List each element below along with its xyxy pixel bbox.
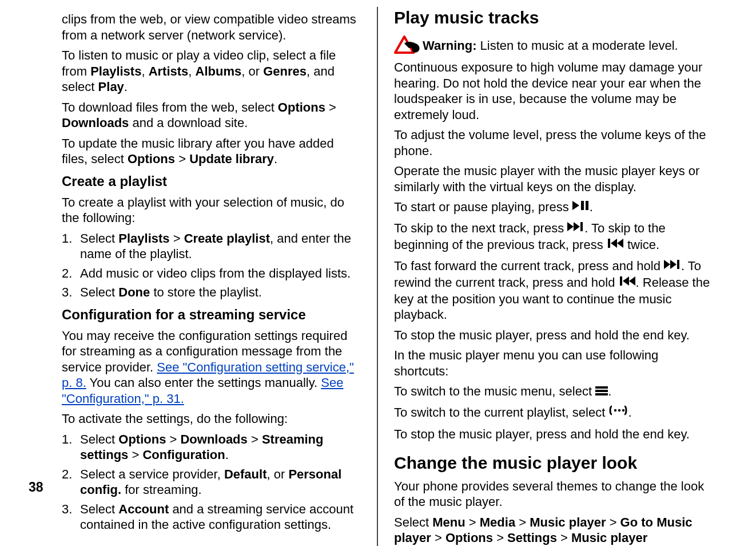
list-number: 1. — [62, 231, 80, 262]
text: . — [274, 152, 277, 166]
list-body: Add music or video clips from the displa… — [80, 266, 361, 282]
svg-point-20 — [618, 409, 620, 412]
svg-rect-18 — [595, 393, 608, 395]
svg-marker-1 — [572, 201, 579, 210]
text: > — [170, 231, 184, 246]
label-options: Options — [118, 432, 166, 446]
paragraph: To start or pause playing, press . — [394, 199, 711, 216]
list-number: 3. — [62, 501, 80, 533]
svg-marker-5 — [574, 222, 580, 231]
text: twice. — [624, 238, 659, 252]
playlist-icon — [608, 404, 628, 421]
skip-forward-icon — [664, 258, 681, 274]
svg-rect-2 — [581, 201, 584, 210]
text: > — [606, 515, 620, 529]
label-options: Options — [128, 152, 175, 166]
text: > — [557, 531, 571, 545]
paragraph: clips from the web, or view compatible v… — [62, 11, 361, 43]
paragraph: To stop the music player, press and hold… — [394, 327, 711, 343]
list-body: Select Playlists > Create playlist, and … — [80, 231, 361, 262]
paragraph: To update the music library after you ha… — [62, 136, 361, 167]
text: To skip to the next track, press — [394, 221, 567, 235]
text: To fast forward the current track, press… — [394, 259, 664, 273]
label-playlists: Playlists — [118, 231, 169, 246]
text: Select a service provider, — [80, 467, 224, 481]
svg-rect-12 — [677, 260, 679, 269]
label-done: Done — [118, 285, 150, 299]
label-music-player: Music player — [530, 515, 606, 529]
label-genres: Genres — [263, 64, 307, 78]
page-number: 38 — [29, 480, 43, 495]
paragraph: Your phone provides several themes to ch… — [394, 478, 711, 510]
list-item: 3. Select Done to store the playlist. — [62, 284, 361, 300]
list-number: 2. — [62, 266, 80, 282]
paragraph: To switch to the current playlist, selec… — [394, 405, 711, 421]
paragraph: To skip to the next track, press . To sk… — [394, 220, 711, 254]
heading-create-playlist: Create a playlist — [62, 173, 361, 190]
label-options: Options — [278, 100, 325, 114]
paragraph: In the music player menu you can use fol… — [394, 347, 711, 379]
text: for streaming. — [121, 482, 202, 497]
paragraph: To download files from the web, select O… — [62, 100, 361, 131]
paragraph: To stop the music player, press and hold… — [394, 426, 711, 442]
svg-marker-8 — [611, 239, 617, 248]
ordered-list: 1. Select Playlists > Create playlist, a… — [62, 231, 361, 300]
paragraph: To listen to music or play a video clip,… — [62, 48, 361, 95]
list-item: 2. Add music or video clips from the dis… — [62, 266, 361, 282]
play-pause-icon — [572, 199, 590, 215]
text: Select — [80, 231, 118, 246]
label-albums: Albums — [196, 64, 242, 78]
label-downloads: Downloads — [180, 432, 247, 446]
text: > — [465, 515, 480, 529]
label-default: Default — [224, 467, 267, 481]
svg-marker-15 — [629, 276, 635, 286]
paragraph: Operate the music player with the music … — [394, 163, 711, 195]
text: . — [225, 448, 229, 462]
skip-backward-icon — [619, 274, 636, 290]
text: . — [608, 384, 611, 398]
menu-icon — [595, 383, 608, 399]
svg-rect-17 — [595, 390, 608, 392]
text: . — [628, 405, 631, 420]
text: > — [175, 152, 189, 166]
page-root: clips from the web, or view compatible v… — [0, 0, 756, 546]
list-body: Select a service provider, Default, or P… — [80, 466, 361, 498]
label-account: Account — [118, 502, 169, 516]
svg-marker-14 — [623, 276, 629, 286]
heading-play-music-tracks: Play music tracks — [394, 7, 711, 29]
text: , or — [266, 467, 288, 481]
label-media: Media — [480, 515, 515, 529]
text: Select — [80, 285, 118, 299]
list-item: 2. Select a service provider, Default, o… — [62, 466, 361, 498]
label-downloads: Downloads — [62, 116, 129, 130]
text: You can also enter the settings manually… — [86, 375, 321, 390]
right-column: Play music tracks Warning: Listen to mus… — [378, 7, 746, 546]
label-settings: Settings — [507, 531, 557, 545]
text: Select — [394, 515, 432, 529]
paragraph: To switch to the music menu, select . — [394, 383, 711, 400]
paragraph: To create a playlist with your selection… — [62, 195, 361, 226]
text: To switch to the current playlist, selec… — [394, 405, 608, 420]
text: > — [325, 100, 336, 114]
warning-icon — [394, 35, 421, 62]
label-configuration: Configuration — [142, 448, 225, 462]
text: , — [188, 64, 195, 78]
list-body: Select Account and a streaming service a… — [80, 501, 361, 533]
text: > — [431, 531, 445, 545]
text: to store the playlist. — [150, 285, 262, 299]
heading-configuration: Configuration for a streaming service — [62, 306, 361, 323]
text: . — [124, 80, 128, 94]
text: > — [515, 515, 530, 529]
list-body: Select Options > Downloads > Streaming s… — [80, 432, 361, 463]
svg-marker-10 — [664, 260, 670, 269]
svg-point-19 — [614, 409, 616, 412]
svg-rect-3 — [586, 201, 588, 210]
label-create-playlist: Create playlist — [184, 231, 270, 246]
text: To switch to the music menu, select — [394, 384, 595, 398]
svg-rect-16 — [595, 386, 608, 389]
svg-rect-13 — [620, 276, 622, 286]
paragraph: To fast forward the current track, press… — [394, 258, 711, 323]
text: To download files from the web, select — [62, 100, 278, 114]
paragraph: To adjust the volume level, press the vo… — [394, 127, 711, 159]
text: > — [493, 531, 507, 545]
